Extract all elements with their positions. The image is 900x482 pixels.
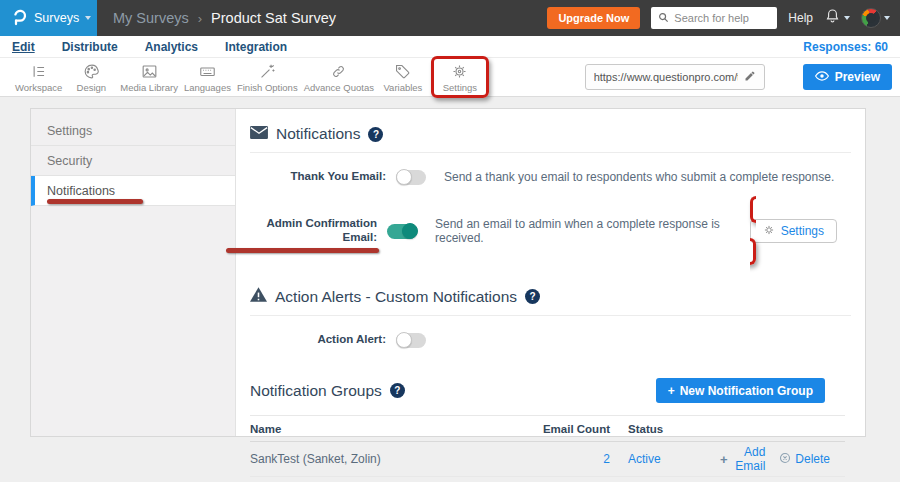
tab-distribute[interactable]: Distribute xyxy=(62,40,118,54)
notifications-bell-menu[interactable] xyxy=(824,7,850,29)
toolbar-label: Media Library xyxy=(120,82,178,93)
chain-link-icon xyxy=(329,62,348,81)
survey-url-text: https://www.questionpro.com/t/. xyxy=(594,71,738,83)
topbar-right-group: Upgrade Now Help xyxy=(547,7,900,29)
toolbar-label: Finish Options xyxy=(237,82,298,93)
toggle-knob xyxy=(402,223,418,239)
help-icon[interactable]: ? xyxy=(390,383,405,398)
toolbar-item-settings[interactable]: Settings xyxy=(434,59,486,95)
action-alert-toggle[interactable] xyxy=(396,333,426,348)
work-area: Settings Security Notifications Notifica… xyxy=(0,97,900,482)
toggle-knob xyxy=(396,169,412,185)
annotation-box-settings-toolbar: Settings xyxy=(431,56,489,98)
notification-groups-table: Name Email Count Status SankTest (Sanket… xyxy=(250,415,845,477)
workspace-icon xyxy=(29,62,48,81)
toolbar-label: Languages xyxy=(184,82,231,93)
tab-analytics[interactable]: Analytics xyxy=(145,40,198,54)
add-email-label: Add Email xyxy=(732,445,766,473)
settings-card: Settings Security Notifications Notifica… xyxy=(30,108,866,437)
table-header-row: Name Email Count Status xyxy=(250,415,845,442)
eye-icon xyxy=(815,70,829,84)
admin-email-settings-button[interactable]: Settings xyxy=(750,219,837,243)
preview-button[interactable]: Preview xyxy=(803,64,892,90)
delete-label: Delete xyxy=(795,452,830,466)
toolbar-label: Variables xyxy=(383,82,422,93)
search-icon xyxy=(658,9,669,27)
survey-nav: Edit Distribute Analytics Integration Re… xyxy=(0,36,900,58)
add-email-link[interactable]: + Add Email xyxy=(720,445,765,473)
surveys-product-menu[interactable]: Surveys xyxy=(0,0,97,36)
breadcrumb-my-surveys[interactable]: My Surveys xyxy=(113,10,189,26)
action-alerts-section-header: Action Alerts - Custom Notifications ? xyxy=(250,287,851,306)
responses-count[interactable]: Responses: 60 xyxy=(803,40,888,54)
help-icon[interactable]: ? xyxy=(525,289,540,304)
preview-label: Preview xyxy=(835,70,880,84)
toggle-knob xyxy=(396,332,412,348)
help-search-input[interactable] xyxy=(674,12,770,24)
notification-groups-title-group: Notification Groups ? xyxy=(250,382,405,400)
edit-toolbar: Workspace Design Media Library Languages… xyxy=(0,58,900,97)
survey-url-field[interactable]: https://www.questionpro.com/t/. xyxy=(585,64,765,90)
gear-icon xyxy=(450,62,469,81)
questionpro-logo-icon xyxy=(10,6,28,31)
admin-confirmation-email-toggle[interactable] xyxy=(387,224,417,239)
annotation-underline-admin-email xyxy=(226,248,379,253)
breadcrumb-separator-icon: › xyxy=(198,11,202,26)
chevron-down-icon xyxy=(85,16,91,20)
tag-icon xyxy=(393,62,412,81)
toolbar-label: Design xyxy=(77,82,107,93)
thank-you-email-label: Thank You Email: xyxy=(250,170,386,184)
toolbar-item-advance-quotas[interactable]: Advance Quotas xyxy=(301,59,377,95)
toolbar-item-variables[interactable]: Variables xyxy=(377,59,429,95)
settings-button-label: Settings xyxy=(781,224,824,238)
sidebar-item-notifications[interactable]: Notifications xyxy=(31,176,235,206)
admin-confirmation-email-label: Admin Confirmation Email: xyxy=(250,217,377,245)
delete-link[interactable]: Delete xyxy=(779,452,830,467)
palette-icon xyxy=(82,62,101,81)
toolbar-label: Workspace xyxy=(15,82,62,93)
annotation-box-settings-button: Settings xyxy=(750,196,837,265)
action-alerts-title: Action Alerts - Custom Notifications xyxy=(275,288,517,306)
thank-you-email-toggle[interactable] xyxy=(396,170,426,185)
help-link[interactable]: Help xyxy=(788,11,813,25)
wand-icon xyxy=(258,62,277,81)
toolbar-item-design[interactable]: Design xyxy=(65,59,117,95)
annotation-underline-notifications xyxy=(47,199,143,204)
toolbar-item-languages[interactable]: Languages xyxy=(181,59,234,95)
surveys-menu-label: Surveys xyxy=(34,11,79,25)
toolbar-item-media-library[interactable]: Media Library xyxy=(117,59,181,95)
group-email-count-link[interactable]: 2 xyxy=(603,452,610,466)
new-notification-group-button[interactable]: + New Notification Group xyxy=(656,378,825,403)
divider xyxy=(250,152,851,153)
sidebar-item-security[interactable]: Security xyxy=(31,146,235,176)
upgrade-now-button[interactable]: Upgrade Now xyxy=(547,7,640,29)
action-alert-label: Action Alert: xyxy=(250,333,386,347)
chevron-down-icon xyxy=(844,16,850,20)
group-actions: + Add Email Delete xyxy=(720,445,845,473)
group-status-link[interactable]: Active xyxy=(628,452,661,466)
questionpro-app: Surveys My Surveys › Product Sat Survey … xyxy=(0,0,900,482)
notification-groups-title: Notification Groups xyxy=(250,382,382,400)
toolbar-item-finish-options[interactable]: Finish Options xyxy=(234,59,301,95)
avatar xyxy=(861,8,881,28)
help-search-box[interactable] xyxy=(651,7,777,29)
toolbar-right-group: https://www.questionpro.com/t/. Preview xyxy=(585,64,900,90)
toolbar-item-workspace[interactable]: Workspace xyxy=(12,59,65,95)
notifications-title: Notifications xyxy=(276,125,360,143)
tab-integration[interactable]: Integration xyxy=(225,40,287,54)
pencil-icon[interactable] xyxy=(744,68,756,86)
envelope-icon xyxy=(250,125,268,143)
admin-confirmation-email-label-text: Admin Confirmation Email: xyxy=(266,217,377,243)
tab-edit[interactable]: Edit xyxy=(12,40,35,54)
account-menu[interactable] xyxy=(861,8,890,28)
header-name: Name xyxy=(250,423,540,435)
header-status: Status xyxy=(610,423,720,435)
help-icon[interactable]: ? xyxy=(368,127,383,142)
notifications-section-header: Notifications ? xyxy=(250,125,851,143)
toolbar-label: Settings xyxy=(443,82,477,93)
notification-groups-header: Notification Groups ? + New Notification… xyxy=(250,378,851,403)
delete-circle-x-icon xyxy=(779,452,791,467)
gear-icon xyxy=(763,224,775,239)
sidebar-item-settings[interactable]: Settings xyxy=(31,116,235,146)
bell-icon xyxy=(824,7,841,29)
